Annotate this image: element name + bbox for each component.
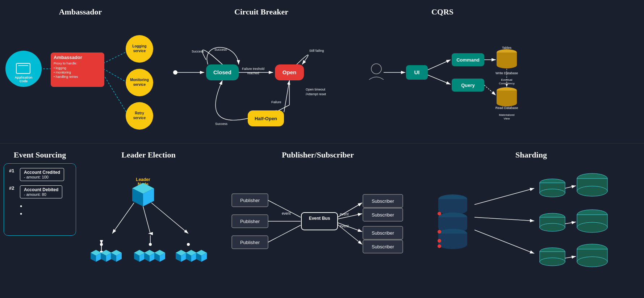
pub-sub-diagram: Publisher Publisher Publisher event Even… — [221, 161, 413, 291]
svg-point-26 — [173, 70, 177, 75]
svg-text:Command: Command — [456, 57, 480, 63]
svg-text:/Attempt reset: /Attempt reset — [306, 92, 326, 96]
svg-line-0 — [103, 51, 129, 63]
event-card-1: Account Credited - amount: 100 — [20, 168, 64, 181]
svg-point-172 — [540, 223, 565, 231]
svg-line-128 — [268, 225, 301, 242]
ambassador-title: Ambassador — [0, 7, 161, 17]
pub-sub-title: Publisher/Subscriber — [217, 150, 418, 160]
svg-line-82 — [112, 203, 134, 234]
svg-text:Publisher: Publisher — [240, 198, 260, 203]
leader-election-title: Leader Election — [80, 150, 217, 160]
svg-text:service: service — [133, 116, 146, 120]
svg-line-162 — [474, 230, 534, 253]
svg-text:Retry: Retry — [135, 111, 144, 115]
svg-text:Subscriber: Subscriber — [372, 198, 394, 204]
svg-text:Failure treshold: Failure treshold — [242, 67, 264, 71]
svg-text:Read Database: Read Database — [495, 106, 518, 110]
svg-text:Code: Code — [20, 79, 28, 83]
svg-text:Still failing: Still failing — [309, 49, 324, 53]
svg-point-182 — [577, 257, 607, 267]
svg-point-97 — [100, 243, 103, 246]
svg-point-71 — [497, 100, 517, 106]
svg-text:• handling retries: • handling retries — [54, 75, 78, 79]
svg-text:Success: Success — [215, 122, 228, 126]
svg-text:View: View — [503, 117, 510, 120]
svg-line-54 — [428, 75, 451, 84]
svg-text:Consistency: Consistency — [499, 82, 515, 85]
svg-point-168 — [577, 186, 607, 196]
svg-text:event: event — [340, 212, 349, 216]
svg-text:Publisher: Publisher — [240, 240, 260, 245]
svg-text:UI: UI — [414, 69, 420, 75]
svg-text:Query: Query — [461, 83, 475, 88]
svg-text:Success: Success — [214, 48, 227, 51]
svg-line-161 — [474, 217, 534, 221]
svg-text:Tables: Tables — [502, 46, 512, 50]
svg-point-157 — [438, 230, 441, 234]
svg-line-183 — [565, 256, 576, 258]
svg-text:Monitoring: Monitoring — [130, 78, 149, 82]
svg-text:Closed: Closed — [213, 69, 231, 75]
svg-text:event: event — [340, 224, 349, 228]
svg-line-60 — [484, 85, 496, 95]
event-title-1: Account Credited — [24, 170, 60, 175]
svg-point-165 — [540, 189, 565, 197]
sharding-diagram — [422, 161, 639, 291]
svg-rect-130 — [301, 213, 338, 230]
svg-text:• logging: • logging — [54, 66, 66, 70]
svg-point-159 — [438, 244, 441, 248]
svg-text:reached: reached — [247, 71, 259, 75]
svg-text:Open timeout: Open timeout — [306, 88, 326, 91]
event-num-2: #2 — [9, 185, 16, 191]
svg-line-176 — [565, 222, 576, 224]
svg-line-160 — [474, 188, 534, 205]
cqrs-title: CQRS — [362, 7, 523, 17]
svg-line-53 — [428, 60, 451, 70]
svg-line-43 — [284, 80, 289, 112]
svg-point-179 — [540, 258, 565, 266]
leader-election-diagram: Leader Node — [83, 161, 214, 291]
circuit-breaker-title: Circuit Breaker — [161, 7, 362, 17]
svg-text:service: service — [133, 49, 146, 53]
svg-point-155 — [438, 240, 467, 249]
svg-text:Half-Open: Half-Open — [255, 116, 277, 121]
svg-text:Event Bus: Event Bus — [309, 216, 330, 221]
svg-point-156 — [438, 212, 441, 215]
svg-text:Subscriber: Subscriber — [372, 230, 394, 236]
cqrs-diagram: UI Command Query Write Database Eventual… — [362, 16, 521, 132]
event-item-1: #1 Account Credited - amount: 100 — [9, 168, 71, 181]
circuit-breaker-diagram: Closed Failure treshold reached Open Sti… — [164, 16, 356, 132]
svg-line-169 — [565, 186, 576, 188]
event-item-2: #2 Account Debited - amount: 80 — [9, 185, 71, 198]
svg-text:Ambassador: Ambassador — [54, 55, 82, 60]
event-num-1: #1 — [9, 168, 16, 173]
svg-line-2 — [103, 74, 129, 116]
svg-point-63 — [497, 62, 517, 68]
svg-text:Logging: Logging — [132, 44, 146, 48]
svg-text:Materialized: Materialized — [499, 113, 514, 117]
svg-point-49 — [371, 64, 381, 74]
event-sourcing-title: Event Sourcing — [0, 150, 80, 160]
svg-point-175 — [577, 222, 607, 232]
svg-text:event: event — [282, 211, 291, 215]
event-detail-2: - amount: 80 — [24, 192, 58, 197]
svg-text:Subscriber: Subscriber — [372, 244, 394, 249]
svg-text:service: service — [133, 83, 146, 87]
svg-line-1 — [103, 69, 129, 83]
svg-text:Leader: Leader — [136, 177, 150, 182]
svg-text:Failure: Failure — [271, 100, 281, 104]
svg-point-118 — [187, 243, 190, 246]
svg-line-83 — [143, 206, 150, 234]
svg-text:Application: Application — [15, 76, 33, 79]
event-detail-1: - amount: 100 — [24, 175, 60, 179]
svg-text:Publisher: Publisher — [240, 219, 260, 224]
svg-text:Eventual: Eventual — [501, 78, 512, 81]
ambassador-diagram: Application Code Ambassador Proxy to han… — [2, 16, 158, 132]
svg-text:• monitoring: • monitoring — [54, 71, 71, 74]
event-card-2: Account Debited - amount: 80 — [20, 185, 62, 198]
svg-text:Open: Open — [283, 69, 296, 75]
sharding-title: Sharding — [418, 150, 644, 160]
svg-line-85 — [151, 203, 188, 234]
event-dots: •• — [20, 203, 71, 218]
